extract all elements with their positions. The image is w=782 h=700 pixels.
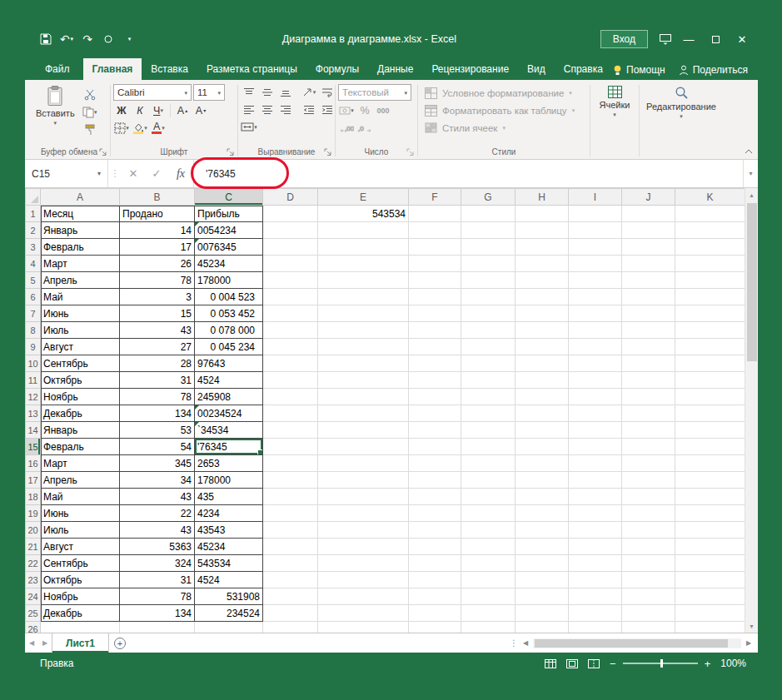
cell-G26[interactable] [461,622,516,633]
cell-D25[interactable] [263,605,318,622]
cell-D14[interactable] [263,422,318,439]
cell-E6[interactable] [318,289,409,305]
column-header-C[interactable]: C [195,189,263,206]
cell-H1[interactable] [516,206,569,222]
cell-C7[interactable]: 0 053 452 [195,305,263,322]
tab-file[interactable]: Файл [32,58,83,80]
cell-D5[interactable] [263,272,318,289]
cell-D16[interactable] [263,455,318,472]
tab-Формулы[interactable]: Формулы [306,58,368,80]
cell-F15[interactable] [409,439,461,455]
cell-F14[interactable] [409,422,461,439]
cell-F9[interactable] [409,339,461,355]
cell-H26[interactable] [516,622,569,633]
formula-bar-drag-handle[interactable]: ⋮ [108,160,122,187]
cell-J16[interactable] [622,455,675,472]
cell-I2[interactable] [569,222,622,239]
cell-C12[interactable]: 245908 [195,389,263,405]
zoom-slider-thumb[interactable] [660,659,663,668]
row-header-9[interactable]: 9 [26,339,41,355]
cell-B8[interactable]: 43 [120,322,195,339]
column-header-D[interactable]: D [263,189,318,206]
row-header-8[interactable]: 8 [26,322,41,339]
cell-F4[interactable] [409,256,461,272]
cell-H7[interactable] [516,305,569,322]
cell-A9[interactable]: Август [41,339,120,355]
cell-H21[interactable] [516,539,569,555]
underline-button[interactable]: Ч▾ [150,102,167,118]
next-sheet-icon[interactable]: ▶ [38,633,52,653]
cell-G12[interactable] [461,389,516,405]
enter-button[interactable]: ✓ [145,160,168,187]
cancel-button[interactable]: ✕ [122,160,145,187]
cell-K17[interactable] [675,472,745,489]
decrease-font-size-button[interactable]: А▾ [192,102,209,118]
cell-E26[interactable] [318,622,409,633]
cell-H20[interactable] [516,522,569,539]
row-header-12[interactable]: 12 [26,389,41,405]
cell-A23[interactable]: Октябрь [41,572,120,588]
cell-A1[interactable]: Месяц [41,206,120,222]
column-header-J[interactable]: J [622,189,675,206]
cell-D4[interactable] [263,256,318,272]
decrease-decimal-button[interactable]: ,0 [356,120,373,136]
cell-H8[interactable] [516,322,569,339]
cell-I23[interactable] [569,572,622,588]
sheet-tab-list1[interactable]: Лист1 [52,633,109,653]
cell-J22[interactable] [622,555,675,572]
cell-J2[interactable] [622,222,675,239]
cell-D3[interactable] [263,239,318,256]
tab-Вставка[interactable]: Вставка [142,58,197,80]
row-header-10[interactable]: 10 [26,355,41,372]
align-bottom-icon[interactable] [277,84,294,100]
cell-D13[interactable] [263,405,318,422]
row-header-5[interactable]: 5 [26,272,41,289]
tab-Рецензирование[interactable]: Рецензирование [422,58,518,80]
font-size-select[interactable]: 11 ▾ [193,84,225,101]
cell-D8[interactable] [263,322,318,339]
cell-A19[interactable]: Июнь [41,505,120,522]
cell-H10[interactable] [516,355,569,372]
cell-E25[interactable] [318,605,409,622]
zoom-level[interactable]: 100% [720,658,746,669]
column-header-I[interactable]: I [569,189,622,206]
borders-button[interactable]: ▾ [113,120,130,136]
cell-K7[interactable] [675,305,745,322]
cell-E7[interactable] [318,305,409,322]
cell-C1[interactable]: Прибыль [195,206,263,222]
cell-H3[interactable] [516,239,569,256]
cell-J20[interactable] [622,522,675,539]
cell-C20[interactable]: 43543 [195,522,263,539]
minimize-button[interactable]: — [676,28,701,50]
sign-in-button[interactable]: Вход [600,30,648,48]
cell-E4[interactable] [318,256,409,272]
cell-I10[interactable] [569,355,622,372]
cell-D1[interactable] [263,206,318,222]
cell-I12[interactable] [569,389,622,405]
cell-G4[interactable] [461,256,516,272]
cell-H24[interactable] [516,588,569,605]
cell-J8[interactable] [622,322,675,339]
cell-D24[interactable] [263,588,318,605]
cell-I6[interactable] [569,289,622,305]
formula-input[interactable]: '76345 [193,160,743,187]
cell-H18[interactable] [516,489,569,505]
cell-I19[interactable] [569,505,622,522]
cell-C15[interactable]: '76345 [195,439,263,455]
cell-H12[interactable] [516,389,569,405]
cell-B15[interactable]: 54 [120,439,195,455]
cell-C22[interactable]: 543534 [195,555,263,572]
align-left-icon[interactable] [241,102,257,117]
cell-C19[interactable]: 4234 [195,505,263,522]
vertical-scroll-thumb[interactable] [747,203,757,361]
cell-F26[interactable] [409,622,461,633]
cell-K3[interactable] [675,239,745,256]
cell-K9[interactable] [675,339,745,355]
number-dialog-launcher[interactable] [406,148,416,157]
cell-E18[interactable] [318,489,409,505]
column-header-G[interactable]: G [461,189,516,206]
cell-A26[interactable] [41,622,120,633]
row-header-11[interactable]: 11 [26,372,41,389]
cell-K24[interactable] [675,588,745,605]
cell-A22[interactable]: Сентябрь [41,555,120,572]
